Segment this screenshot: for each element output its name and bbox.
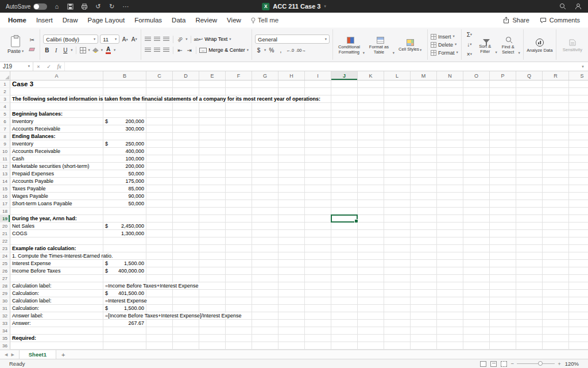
cell-K31[interactable] — [358, 305, 384, 312]
cell-D27[interactable] — [173, 275, 199, 282]
cell-P28[interactable] — [490, 282, 516, 290]
format-as-table-button[interactable]: Format as Table▾ — [366, 34, 394, 55]
cell-B27[interactable] — [103, 275, 146, 282]
row-header-22[interactable]: 22 — [0, 237, 10, 245]
cell-L10[interactable] — [384, 148, 411, 155]
cell-L7[interactable] — [384, 125, 411, 133]
cell-B25[interactable]: $1,500.00 — [103, 260, 146, 267]
underline-button[interactable]: U — [61, 46, 69, 55]
column-header-Q[interactable]: Q — [516, 71, 543, 80]
cell-H33[interactable] — [278, 320, 305, 327]
cell-A3[interactable]: The following selected information is ta… — [10, 95, 103, 103]
cell-N33[interactable] — [437, 320, 463, 327]
cell-Q5[interactable] — [516, 110, 543, 118]
font-color-button[interactable]: A — [105, 46, 112, 55]
cell-O29[interactable] — [463, 290, 490, 297]
cell-N15[interactable] — [437, 185, 463, 193]
row-header-10[interactable]: 10 — [0, 148, 10, 155]
cell-R6[interactable] — [543, 118, 569, 125]
cell-G17[interactable] — [252, 200, 278, 208]
cell-G32[interactable] — [252, 312, 278, 320]
cell-O2[interactable] — [463, 88, 490, 95]
cell-J19[interactable] — [331, 215, 358, 223]
cell-D9[interactable] — [173, 140, 199, 148]
align-bottom-button[interactable] — [163, 35, 170, 44]
cell-C12[interactable] — [146, 163, 173, 170]
cell-I1[interactable] — [305, 80, 331, 88]
cell-Q6[interactable] — [516, 118, 543, 125]
cell-D5[interactable] — [173, 110, 199, 118]
cell-N36[interactable] — [437, 342, 463, 350]
cell-B10[interactable]: 400,000 — [103, 148, 146, 155]
cell-B29[interactable]: $401,500.00 — [103, 290, 146, 297]
cell-O4[interactable] — [463, 103, 490, 110]
cell-O17[interactable] — [463, 200, 490, 208]
cell-C24[interactable] — [146, 252, 173, 260]
cell-S3[interactable] — [569, 95, 588, 103]
cell-O19[interactable] — [463, 215, 490, 223]
cell-S2[interactable] — [569, 88, 588, 95]
cell-B5[interactable] — [103, 110, 146, 118]
column-header-O[interactable]: O — [463, 71, 490, 80]
column-header-F[interactable]: F — [226, 71, 252, 80]
cell-K13[interactable] — [358, 170, 384, 178]
cell-D33[interactable] — [173, 320, 199, 327]
cell-Q23[interactable] — [516, 245, 543, 252]
row-header-33[interactable]: 33 — [0, 320, 10, 327]
cell-I34[interactable] — [305, 327, 331, 335]
chevron-down-icon[interactable]: ▾ — [229, 37, 231, 41]
cell-P32[interactable] — [490, 312, 516, 320]
cell-B14[interactable]: 175,000 — [103, 178, 146, 185]
cell-L9[interactable] — [384, 140, 411, 148]
cell-E30[interactable] — [199, 297, 226, 305]
cell-J3[interactable] — [331, 95, 358, 103]
zoom-in-icon[interactable]: + — [558, 361, 561, 367]
row-header-30[interactable]: 30 — [0, 297, 10, 305]
cell-O20[interactable] — [463, 223, 490, 230]
decrease-indent-button[interactable]: ⇤ — [176, 46, 184, 55]
cell-O22[interactable] — [463, 237, 490, 245]
cell-D20[interactable] — [173, 223, 199, 230]
cell-H13[interactable] — [278, 170, 305, 178]
cell-F7[interactable] — [226, 125, 252, 133]
cell-B8[interactable] — [103, 133, 146, 140]
cell-M11[interactable] — [411, 155, 437, 163]
cell-S11[interactable] — [569, 155, 588, 163]
cell-F35[interactable] — [226, 335, 252, 342]
cell-L12[interactable] — [384, 163, 411, 170]
cell-K21[interactable] — [358, 230, 384, 237]
cell-D15[interactable] — [173, 185, 199, 193]
cell-L29[interactable] — [384, 290, 411, 297]
cell-Q35[interactable] — [516, 335, 543, 342]
cell-B28[interactable]: =Income Before Taxes+Interest Expense — [103, 282, 146, 290]
cell-R29[interactable] — [543, 290, 569, 297]
increase-indent-button[interactable]: ⇥ — [185, 46, 193, 55]
cell-N30[interactable] — [437, 297, 463, 305]
cell-M8[interactable] — [411, 133, 437, 140]
cell-J18[interactable] — [331, 208, 358, 215]
cell-F24[interactable] — [226, 252, 252, 260]
cell-M25[interactable] — [411, 260, 437, 267]
cell-I7[interactable] — [305, 125, 331, 133]
cell-R35[interactable] — [543, 335, 569, 342]
cell-F23[interactable] — [226, 245, 252, 252]
cell-O11[interactable] — [463, 155, 490, 163]
cell-G10[interactable] — [252, 148, 278, 155]
cell-N18[interactable] — [437, 208, 463, 215]
cell-B26[interactable]: $400,000.00 — [103, 267, 146, 275]
cell-E34[interactable] — [199, 327, 226, 335]
row-header-14[interactable]: 14 — [0, 178, 10, 185]
tab-data[interactable]: Data — [172, 17, 185, 24]
align-center-button[interactable] — [153, 46, 161, 55]
cell-O15[interactable] — [463, 185, 490, 193]
cell-R21[interactable] — [543, 230, 569, 237]
cell-E13[interactable] — [199, 170, 226, 178]
cell-S17[interactable] — [569, 200, 588, 208]
cell-S1[interactable] — [569, 80, 588, 88]
row-header-11[interactable]: 11 — [0, 155, 10, 163]
row-header-20[interactable]: 20 — [0, 223, 10, 230]
cell-C6[interactable] — [146, 118, 173, 125]
cell-M29[interactable] — [411, 290, 437, 297]
row-header-13[interactable]: 13 — [0, 170, 10, 178]
cell-F36[interactable] — [226, 342, 252, 350]
